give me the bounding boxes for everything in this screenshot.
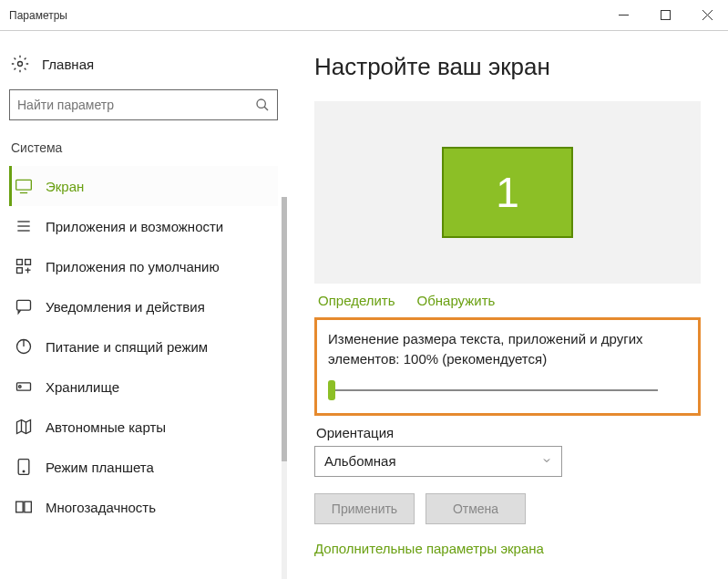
main-panel: Настройте ваш экран 1 Определить Обнаруж…: [287, 31, 728, 579]
nav-label: Приложения и возможности: [46, 219, 223, 234]
orientation-value: Альбомная: [324, 453, 396, 469]
svg-rect-1: [661, 11, 670, 20]
close-button[interactable]: [686, 0, 728, 30]
sidebar-item-power[interactable]: Питание и спящий режим: [9, 326, 278, 367]
apply-button[interactable]: Применить: [314, 493, 415, 524]
cancel-button[interactable]: Отмена: [426, 493, 526, 524]
nav-label: Автономные карты: [46, 419, 166, 435]
notifications-icon: [15, 297, 33, 315]
svg-rect-7: [16, 180, 32, 190]
svg-rect-14: [17, 268, 23, 274]
slider-track: [328, 389, 658, 391]
sidebar-item-multitasking[interactable]: Многозадачность: [9, 487, 278, 527]
sidebar-item-apps[interactable]: Приложения и возможности: [9, 206, 278, 246]
detect-link[interactable]: Обнаружить: [417, 293, 496, 308]
scale-highlight-box: Изменение размера текста, приложений и д…: [314, 317, 701, 416]
svg-rect-12: [17, 260, 23, 265]
search-icon: [255, 98, 270, 112]
svg-point-4: [18, 62, 23, 67]
svg-point-5: [257, 99, 265, 108]
nav-label: Хранилище: [46, 379, 119, 395]
slider-thumb[interactable]: [328, 380, 335, 400]
maximize-button[interactable]: [644, 0, 686, 30]
orientation-label: Ориентация: [316, 425, 701, 440]
nav-label: Режим планшета: [46, 460, 154, 475]
svg-rect-26: [16, 501, 24, 512]
sidebar-item-maps[interactable]: Автономные карты: [9, 407, 278, 447]
tablet-icon: [15, 458, 33, 476]
minimize-button[interactable]: [602, 0, 644, 30]
nav-label: Приложения по умолчанию: [46, 259, 220, 274]
gear-icon: [11, 55, 29, 73]
default-apps-icon: [15, 257, 33, 275]
window-controls: [602, 0, 728, 30]
nav-label: Экран: [46, 179, 84, 194]
nav-list: Экран Приложения и возможности Приложени…: [9, 166, 278, 527]
maps-icon: [15, 418, 33, 436]
svg-point-21: [19, 386, 22, 388]
identify-link[interactable]: Определить: [318, 293, 395, 308]
monitor-tile[interactable]: 1: [442, 147, 573, 238]
category-label: Система: [9, 137, 278, 166]
scale-slider[interactable]: [328, 380, 658, 400]
svg-rect-27: [25, 501, 32, 512]
sidebar-item-display[interactable]: Экран: [9, 166, 278, 206]
sidebar: Главная Система Экран: [0, 31, 287, 579]
window-title: Параметры: [9, 9, 67, 22]
display-preview: 1: [314, 101, 701, 284]
sidebar-item-storage[interactable]: Хранилище: [9, 367, 278, 407]
apps-icon: [15, 217, 33, 235]
svg-point-25: [23, 470, 25, 472]
display-icon: [15, 177, 33, 195]
search-box[interactable]: [9, 89, 278, 120]
orientation-select[interactable]: Альбомная: [314, 446, 562, 477]
sidebar-item-notifications[interactable]: Уведомления и действия: [9, 286, 278, 326]
multitasking-icon: [15, 498, 33, 516]
nav-label: Многозадачность: [46, 500, 156, 515]
svg-rect-17: [17, 300, 31, 310]
page-title: Настройте ваш экран: [314, 53, 701, 81]
nav-label: Питание и спящий режим: [46, 339, 208, 355]
nav-label: Уведомления и действия: [46, 299, 205, 315]
scale-label: Изменение размера текста, приложений и д…: [328, 329, 687, 369]
search-input[interactable]: [17, 98, 255, 112]
titlebar: Параметры: [0, 0, 728, 31]
home-button[interactable]: Главная: [9, 49, 278, 86]
chevron-down-icon: [541, 453, 552, 469]
storage-icon: [15, 377, 33, 396]
svg-line-6: [264, 107, 268, 110]
home-label: Главная: [42, 57, 94, 72]
monitor-number: 1: [496, 168, 519, 217]
sidebar-item-tablet[interactable]: Режим планшета: [9, 447, 278, 487]
advanced-display-link[interactable]: Дополнительные параметры экрана: [314, 541, 701, 556]
svg-rect-13: [26, 260, 31, 265]
sidebar-item-default-apps[interactable]: Приложения по умолчанию: [9, 246, 278, 286]
power-icon: [15, 337, 33, 356]
